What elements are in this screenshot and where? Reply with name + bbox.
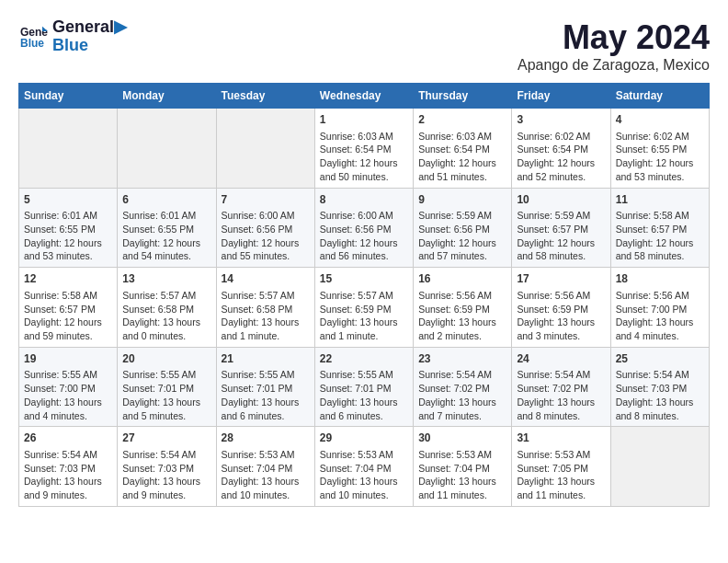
day-info-line: and 54 minutes. [122,249,210,263]
calendar-cell: 23Sunrise: 5:54 AMSunset: 7:02 PMDayligh… [414,347,512,427]
day-info-line: Sunset: 7:00 PM [24,382,112,396]
week-row-3: 12Sunrise: 5:58 AMSunset: 6:57 PMDayligh… [19,268,710,348]
day-info-line: Sunrise: 6:01 AM [24,209,112,223]
day-number: 12 [24,271,112,287]
logo-icon: General Blue [20,23,48,51]
day-info-line: Sunrise: 5:55 AM [24,368,112,382]
day-info-line: and 51 minutes. [418,170,506,184]
week-row-5: 26Sunrise: 5:54 AMSunset: 7:03 PMDayligh… [19,427,710,507]
day-info-line: Sunrise: 5:56 AM [616,289,704,303]
day-info-line: Sunrise: 5:53 AM [517,448,605,462]
day-info-line: Sunset: 7:00 PM [616,303,704,316]
day-info-line: Daylight: 13 hours [122,396,210,409]
day-info-line: Daylight: 12 hours [122,236,210,250]
day-info-line: Daylight: 13 hours [222,475,310,488]
day-info-line: Sunrise: 6:00 AM [320,209,408,223]
day-info-line: and 8 minutes. [616,409,704,423]
day-info-line: Sunrise: 5:58 AM [24,289,112,303]
calendar-cell: 11Sunrise: 5:58 AMSunset: 6:57 PMDayligh… [610,188,709,268]
day-number: 15 [320,271,408,287]
calendar-cell [19,109,118,189]
calendar-cell: 31Sunrise: 5:53 AMSunset: 7:05 PMDayligh… [512,427,610,507]
calendar-table: SundayMondayTuesdayWednesdayThursdayFrid… [18,83,710,507]
day-info-line: and 4 minutes. [24,409,112,423]
day-info-line: Daylight: 13 hours [616,316,704,329]
calendar-cell: 7Sunrise: 6:00 AMSunset: 6:56 PMDaylight… [216,188,314,268]
day-info-line: and 7 minutes. [418,409,506,423]
day-info-line: and 11 minutes. [418,488,506,502]
day-info-line: Daylight: 13 hours [320,475,408,488]
day-number: 9 [418,192,506,208]
calendar-cell: 18Sunrise: 5:56 AMSunset: 7:00 PMDayligh… [610,268,709,348]
day-info-line: Sunrise: 5:54 AM [418,368,506,382]
calendar-cell: 15Sunrise: 5:57 AMSunset: 6:59 PMDayligh… [314,268,413,348]
day-number: 10 [517,192,605,208]
calendar-cell: 19Sunrise: 5:55 AMSunset: 7:00 PMDayligh… [19,347,118,427]
day-info-line: Sunset: 7:04 PM [222,462,310,476]
page-header: General Blue General▶ Blue May 2024 Apan… [18,18,710,74]
day-info-line: Sunset: 6:55 PM [616,143,704,156]
day-info-line: and 4 minutes. [616,329,704,343]
day-info-line: and 0 minutes. [122,329,210,343]
day-info-line: Sunrise: 6:03 AM [320,130,408,144]
day-info-line: and 55 minutes. [222,249,310,263]
day-info-line: Daylight: 12 hours [320,236,408,250]
calendar-cell [610,427,709,507]
day-info-line: and 52 minutes. [517,170,605,184]
day-info-line: Sunset: 7:03 PM [616,382,704,396]
day-info-line: Sunrise: 5:57 AM [320,289,408,303]
day-info-line: and 11 minutes. [517,488,605,502]
day-info-line: Daylight: 12 hours [24,236,112,250]
day-number: 19 [24,351,112,367]
calendar-cell: 8Sunrise: 6:00 AMSunset: 6:56 PMDaylight… [314,188,413,268]
day-number: 23 [418,351,506,367]
day-info-line: Sunrise: 6:02 AM [616,130,704,144]
day-info-line: Daylight: 13 hours [122,475,210,488]
day-info-line: Sunrise: 5:54 AM [24,448,112,462]
day-info-line: Sunset: 7:05 PM [517,462,605,476]
day-number: 31 [517,431,605,446]
day-info-line: Daylight: 12 hours [418,236,506,250]
day-info-line: and 57 minutes. [418,249,506,263]
day-info-line: Daylight: 13 hours [418,396,506,409]
day-info-line: Daylight: 13 hours [517,316,605,329]
day-info-line: Sunrise: 5:55 AM [122,368,210,382]
calendar-cell: 29Sunrise: 5:53 AMSunset: 7:04 PMDayligh… [314,427,413,507]
day-info-line: Sunrise: 5:56 AM [517,289,605,303]
day-info-line: Sunset: 6:57 PM [517,223,605,236]
title-block: May 2024 Apango de Zaragoza, Mexico [518,18,710,74]
day-number: 7 [222,192,310,208]
header-cell-friday: Friday [512,84,610,109]
day-info-line: Sunrise: 5:54 AM [122,448,210,462]
calendar-cell: 16Sunrise: 5:56 AMSunset: 6:59 PMDayligh… [414,268,512,348]
day-info-line: Daylight: 12 hours [24,316,112,329]
day-info-line: Daylight: 13 hours [616,396,704,409]
day-info-line: Daylight: 13 hours [418,475,506,488]
day-info-line: Sunset: 7:02 PM [517,382,605,396]
calendar-cell: 26Sunrise: 5:54 AMSunset: 7:03 PMDayligh… [19,427,118,507]
day-info-line: and 6 minutes. [222,409,310,423]
day-info-line: Daylight: 12 hours [517,156,605,170]
calendar-cell: 24Sunrise: 5:54 AMSunset: 7:02 PMDayligh… [512,347,610,427]
calendar-cell: 21Sunrise: 5:55 AMSunset: 7:01 PMDayligh… [216,347,314,427]
day-number: 28 [222,431,310,446]
day-info-line: Sunrise: 5:55 AM [222,368,310,382]
day-info-line: and 53 minutes. [616,170,704,184]
day-number: 3 [517,112,605,128]
day-info-line: Daylight: 12 hours [517,236,605,250]
day-info-line: and 9 minutes. [24,488,112,502]
calendar-cell: 6Sunrise: 6:01 AMSunset: 6:55 PMDaylight… [118,188,216,268]
day-info-line: and 1 minute. [320,329,408,343]
day-info-line: and 53 minutes. [24,249,112,263]
day-info-line: Sunset: 6:55 PM [122,223,210,236]
day-info-line: Sunrise: 6:03 AM [418,130,506,144]
week-row-1: 1Sunrise: 6:03 AMSunset: 6:54 PMDaylight… [19,109,710,189]
day-info-line: and 5 minutes. [122,409,210,423]
day-info-line: Sunset: 6:54 PM [418,143,506,156]
calendar-cell: 12Sunrise: 5:58 AMSunset: 6:57 PMDayligh… [19,268,118,348]
day-info-line: Daylight: 13 hours [222,316,310,329]
day-number: 11 [616,192,704,208]
day-number: 18 [616,271,704,287]
day-number: 14 [222,271,310,287]
logo-text: General▶ [52,18,127,37]
